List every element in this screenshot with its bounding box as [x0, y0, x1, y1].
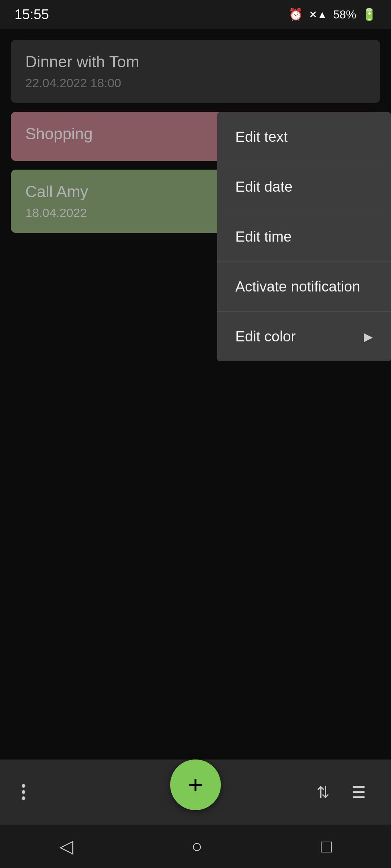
menu-label-edit-color: Edit color	[235, 328, 296, 345]
more-options-button[interactable]	[22, 784, 25, 800]
sort-button[interactable]: ⇅	[313, 779, 333, 805]
back-button[interactable]: ◁	[59, 836, 73, 857]
menu-item-edit-text[interactable]: Edit text	[217, 112, 391, 162]
status-time: 15:55	[14, 7, 49, 22]
menu-item-edit-color[interactable]: Edit color ▶	[217, 312, 391, 361]
main-content: Dinner with Tom 22.04.2022 18:00 Shoppin…	[0, 29, 391, 760]
menu-item-edit-time[interactable]: Edit time	[217, 212, 391, 262]
context-menu: Edit text Edit date Edit time Activate n…	[217, 112, 391, 361]
home-button[interactable]: ○	[192, 836, 202, 857]
menu-label-edit-date: Edit date	[235, 179, 293, 195]
status-bar: 15:55 ⏰ ✕▲ 58% 🔋	[0, 0, 391, 29]
menu-label-activate-notification: Activate notification	[235, 278, 360, 295]
chevron-right-icon: ▶	[364, 330, 373, 344]
menu-label-edit-time: Edit time	[235, 229, 292, 245]
recent-button[interactable]: □	[321, 836, 332, 857]
filter-button[interactable]: ☰	[348, 779, 369, 805]
nav-bar: ◁ ○ □	[0, 825, 391, 868]
alarm-icon: ⏰	[289, 8, 303, 21]
battery-icon: 🔋	[362, 8, 377, 21]
menu-item-edit-date[interactable]: Edit date	[217, 162, 391, 212]
signal-icon: ✕▲	[309, 9, 327, 21]
menu-label-edit-text: Edit text	[235, 129, 288, 145]
add-button[interactable]: +	[170, 760, 221, 810]
status-icons: ⏰ ✕▲ 58% 🔋	[289, 8, 377, 21]
menu-item-activate-notification[interactable]: Activate notification	[217, 262, 391, 312]
battery-text: 58%	[333, 8, 356, 21]
add-icon: +	[188, 770, 203, 799]
